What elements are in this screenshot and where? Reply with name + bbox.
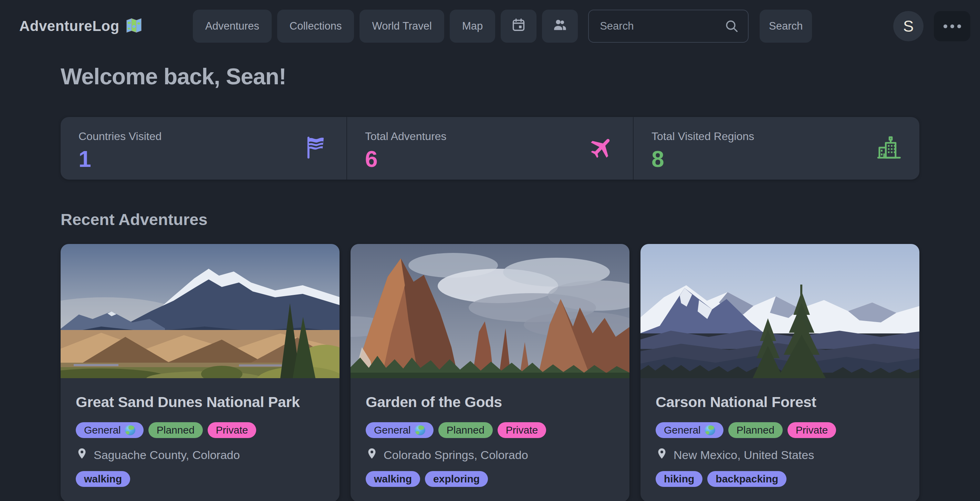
earth-icon [125, 425, 135, 435]
app-logo[interactable]: AdventureLog [19, 0, 142, 52]
nav-map-button[interactable]: Map [450, 10, 495, 43]
adventure-card-carson-national-forest[interactable]: Carson National Forest General Planned P… [641, 244, 920, 501]
stat-total-visited-regions: Total Visited Regions 8 [633, 117, 920, 180]
status-badge: Planned [148, 422, 203, 438]
map-pin-icon [76, 446, 88, 463]
card-body: Carson National Forest General Planned P… [641, 378, 920, 501]
adventure-title: Carson National Forest [655, 390, 904, 413]
nav-collections-button[interactable]: Collections [277, 10, 354, 43]
adventure-grid: Great Sand Dunes National Park General P… [60, 244, 920, 501]
activity-tag: walking [366, 471, 420, 487]
users-button[interactable] [542, 10, 578, 43]
adventure-image-red-rocks [350, 244, 630, 378]
category-badge: General [76, 422, 143, 438]
stat-label: Total Visited Regions [652, 130, 902, 143]
stat-total-adventures: Total Adventures 6 [347, 117, 633, 180]
nav-right: S [893, 0, 970, 52]
navbar: AdventureLog Adventures Collections Worl… [0, 0, 980, 52]
activity-tag: walking [76, 471, 130, 487]
recent-adventures-heading: Recent Adventures [60, 210, 920, 229]
avatar[interactable]: S [893, 11, 924, 41]
ellipsis-icon [943, 24, 961, 28]
adventure-image-sand-dunes [60, 244, 339, 378]
status-badge: Planned [728, 422, 783, 438]
calendar-icon [511, 17, 527, 35]
adventure-image-snowy-mountains [641, 244, 920, 378]
adventure-title: Garden of the Gods [366, 390, 614, 413]
location-text: Colorado Springs, Colorado [383, 449, 528, 462]
stat-value: 6 [365, 147, 615, 170]
plane-icon [589, 135, 615, 162]
card-body: Great Sand Dunes National Park General P… [60, 378, 339, 501]
search-field-wrapper [588, 10, 749, 43]
adventure-card-great-sand-dunes[interactable]: Great Sand Dunes National Park General P… [60, 244, 339, 501]
earth-icon [705, 425, 715, 435]
stat-label: Total Adventures [365, 130, 615, 143]
activity-tag: exploring [425, 471, 488, 487]
city-icon [876, 135, 902, 162]
stat-value: 8 [652, 147, 902, 170]
map-pin-icon [655, 446, 668, 463]
badge-row: General Planned Private [655, 422, 904, 438]
dashboard-main: Welcome back, Sean! Countries Visited 1 … [0, 63, 980, 501]
location-row: Saguache County, Colorado [76, 446, 325, 463]
adventure-card-garden-of-the-gods[interactable]: Garden of the Gods General Planned Priva… [350, 244, 630, 501]
stat-value: 1 [78, 147, 328, 170]
adventurelog-dashboard: AdventureLog Adventures Collections Worl… [0, 0, 980, 501]
tag-row: hiking backpacking [655, 471, 904, 487]
nav-menu: Adventures Collections World Travel Map [193, 0, 812, 52]
badge-row: General Planned Private [366, 422, 614, 438]
earth-icon [415, 425, 425, 435]
badge-row: General Planned Private [76, 422, 325, 438]
visibility-badge: Private [788, 422, 836, 438]
location-row: Colorado Springs, Colorado [366, 446, 614, 463]
visibility-badge: Private [208, 422, 256, 438]
tag-row: walking [76, 471, 325, 487]
search-button[interactable]: Search [760, 10, 812, 43]
category-badge: General [655, 422, 724, 438]
stat-countries-visited: Countries Visited 1 [60, 117, 347, 180]
nav-adventures-button[interactable]: Adventures [193, 10, 272, 43]
tag-row: walking exploring [366, 471, 614, 487]
calendar-button[interactable] [501, 10, 536, 43]
app-title: AdventureLog [19, 18, 119, 35]
adventure-title: Great Sand Dunes National Park [76, 390, 325, 413]
stat-label: Countries Visited [78, 130, 328, 143]
category-badge: General [366, 422, 434, 438]
map-icon [126, 17, 142, 35]
visibility-badge: Private [498, 422, 546, 438]
flag-icon [304, 135, 328, 162]
more-menu-button[interactable] [934, 11, 970, 41]
search-icon [724, 18, 740, 35]
activity-tag: hiking [655, 471, 702, 487]
card-body: Garden of the Gods General Planned Priva… [350, 378, 630, 501]
status-badge: Planned [438, 422, 493, 438]
activity-tag: backpacking [707, 471, 786, 487]
users-icon [552, 17, 568, 35]
welcome-heading: Welcome back, Sean! [60, 63, 920, 89]
location-row: New Mexico, United States [655, 446, 904, 463]
nav-world-travel-button[interactable]: World Travel [360, 10, 444, 43]
location-text: New Mexico, United States [673, 449, 814, 462]
stats-panel: Countries Visited 1 Total Adventures 6 [60, 117, 920, 180]
location-text: Saguache County, Colorado [94, 449, 240, 462]
map-pin-icon [366, 446, 378, 463]
